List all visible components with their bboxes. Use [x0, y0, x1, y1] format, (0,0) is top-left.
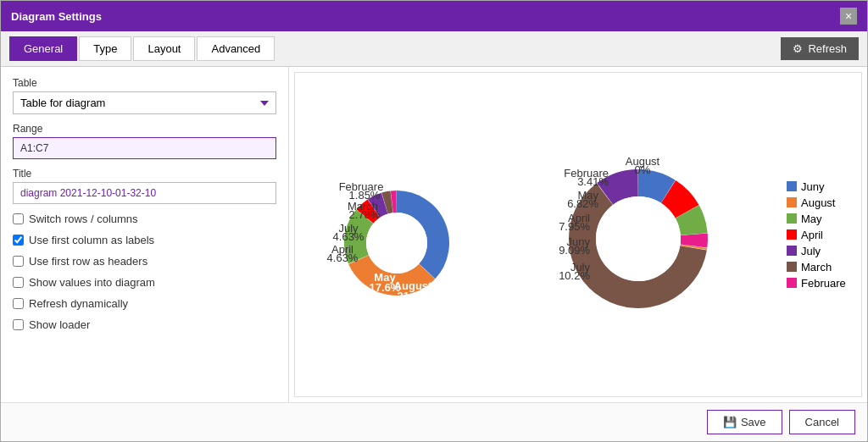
cancel-label: Cancel: [805, 416, 839, 428]
show-loader-checkbox[interactable]: [13, 319, 24, 330]
checkbox-switch-rows: Switch rows / columns: [13, 213, 276, 225]
tab-general[interactable]: General: [9, 36, 77, 61]
refresh-dyn-label: Refresh dynamically: [29, 297, 128, 310]
title-field-group: Title: [13, 168, 276, 204]
svg-text:4.63%: 4.63%: [327, 251, 359, 264]
legend-juny-label: Juny: [801, 180, 824, 193]
show-values-label: Show values into diagram: [29, 276, 155, 289]
tab-layout[interactable]: Layout: [133, 36, 195, 61]
table-field-group: Table Table for diagram: [13, 77, 276, 114]
svg-text:3.41%: 3.41%: [577, 175, 609, 188]
svg-text:9.09%: 9.09%: [559, 244, 590, 257]
legend-februare: Februare: [787, 277, 846, 290]
show-loader-label: Show loader: [29, 318, 90, 331]
svg-text:4.63%: 4.63%: [333, 230, 364, 243]
legend-august-label: August: [801, 196, 835, 209]
checkbox-show-loader: Show loader: [13, 318, 276, 331]
title-input[interactable]: [13, 182, 276, 204]
use-first-row-label: Use first row as headers: [29, 255, 147, 268]
use-first-row-checkbox[interactable]: [13, 256, 24, 267]
diagram-settings-dialog: Diagram Settings × General Type Layout A…: [0, 0, 868, 442]
checkbox-show-values: Show values into diagram: [13, 276, 276, 289]
save-button[interactable]: 💾 Save: [707, 410, 782, 434]
svg-text:2.78%: 2.78%: [349, 208, 381, 221]
chart1-container: Juny37%May17.6%August31.5%Februare1.85%M…: [303, 112, 490, 357]
legend-april-color: [787, 229, 797, 240]
title-label: Title: [13, 168, 276, 180]
svg-text:62.5%: 62.5%: [623, 237, 654, 250]
chart2-svg: March62.5%August0%Februare3.41%May6.82%A…: [507, 108, 761, 362]
svg-text:0%: 0%: [635, 163, 651, 176]
legend-july: July: [787, 245, 846, 257]
legend-august: August: [787, 196, 846, 209]
save-label: Save: [741, 416, 766, 428]
range-input[interactable]: [13, 137, 276, 159]
svg-text:6.82%: 6.82%: [567, 197, 598, 210]
refresh-button[interactable]: ⚙ Refresh: [781, 37, 859, 60]
tabs-bar: General Type Layout Advanced ⚙ Refresh: [1, 31, 867, 67]
chart1-svg: Juny37%May17.6%August31.5%Februare1.85%M…: [303, 112, 490, 357]
switch-rows-checkbox[interactable]: [13, 213, 24, 224]
svg-text:31.5%: 31.5%: [398, 290, 429, 302]
legend-july-label: July: [801, 245, 821, 257]
tab-type[interactable]: Type: [79, 36, 131, 61]
svg-text:March: March: [622, 224, 654, 237]
charts-area: Juny37%May17.6%August31.5%Februare1.85%M…: [303, 81, 853, 388]
table-select[interactable]: Table for diagram: [13, 91, 276, 114]
chart-legend: Juny August May April: [787, 180, 846, 290]
title-bar: Diagram Settings ×: [1, 1, 867, 31]
legend-juny: Juny: [787, 180, 846, 193]
checkbox-refresh-dyn: Refresh dynamically: [13, 297, 276, 310]
chart2-container: March62.5%August0%Februare3.41%May6.82%A…: [507, 108, 761, 362]
dialog-footer: 💾 Save Cancel: [1, 402, 867, 441]
gear-icon: ⚙: [793, 42, 803, 55]
charts-panel: Juny37%May17.6%August31.5%Februare1.85%M…: [294, 72, 862, 397]
legend-may-label: May: [801, 213, 822, 225]
legend-april-label: April: [801, 229, 823, 241]
refresh-dyn-checkbox[interactable]: [13, 298, 24, 309]
main-content: Table Table for diagram Range Title Swit…: [1, 67, 867, 402]
legend-februare-color: [787, 278, 797, 288]
svg-text:37%: 37%: [394, 238, 416, 251]
range-field-group: Range: [13, 123, 276, 159]
checkbox-use-first-row: Use first row as headers: [13, 255, 276, 268]
use-first-col-label: Use first column as labels: [29, 234, 154, 246]
legend-july-color: [787, 246, 797, 256]
use-first-col-checkbox[interactable]: [13, 235, 24, 246]
left-panel: Table Table for diagram Range Title Swit…: [1, 67, 289, 402]
cancel-button[interactable]: Cancel: [789, 410, 855, 434]
legend-juny-color: [787, 181, 797, 191]
tab-advanced[interactable]: Advanced: [197, 36, 275, 61]
save-icon: 💾: [723, 416, 737, 428]
svg-text:7.95%: 7.95%: [559, 220, 590, 233]
legend-march-color: [787, 262, 797, 272]
legend-march: March: [787, 261, 846, 273]
legend-februare-label: Februare: [801, 277, 846, 290]
show-values-checkbox[interactable]: [13, 277, 24, 288]
switch-rows-label: Switch rows / columns: [29, 213, 138, 225]
refresh-label: Refresh: [808, 42, 847, 55]
legend-may: May: [787, 213, 846, 225]
legend-may-color: [787, 213, 797, 224]
checkbox-use-first-col: Use first column as labels: [13, 234, 276, 246]
dialog-title: Diagram Settings: [11, 10, 102, 23]
svg-text:10.2%: 10.2%: [559, 269, 590, 282]
close-button[interactable]: ×: [840, 8, 857, 25]
legend-march-label: March: [801, 261, 832, 273]
table-label: Table: [13, 77, 276, 89]
range-label: Range: [13, 123, 276, 135]
legend-august-color: [787, 197, 797, 207]
legend-april: April: [787, 229, 846, 241]
